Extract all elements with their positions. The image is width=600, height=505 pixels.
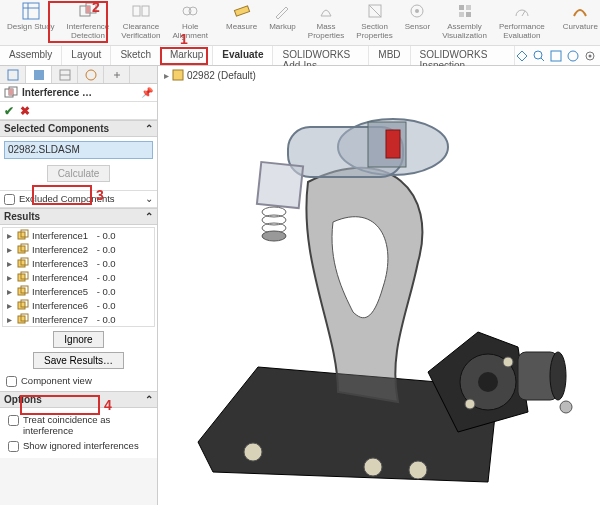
svg-rect-17 [459,12,464,17]
result-item[interactable]: ▸Interference7 - 0.0 [3,312,154,326]
ribbon-item-label: Hole Alignment [172,22,208,40]
result-value: - 0.0 [97,258,116,269]
interference-result-icon [17,229,29,241]
fm-tab-tree[interactable] [0,66,26,83]
tab-mbd[interactable]: MBD [369,46,410,65]
pm-title: Interference … [22,87,141,98]
ribbon-item-label: Sensor [405,22,430,31]
tab-evaluate[interactable]: Evaluate [213,46,273,65]
interference-result-icon [17,271,29,283]
ok-button[interactable]: ✔ [4,104,14,118]
ribbon-design-study[interactable]: Design Study [2,2,60,44]
result-item[interactable]: ▸Interference4 - 0.0 [3,270,154,284]
tab-layout[interactable]: Layout [62,46,111,65]
expand-icon[interactable]: ▸ [5,258,14,269]
zoom-window-icon[interactable] [549,49,563,63]
result-item[interactable]: ▸Interference3 - 0.0 [3,256,154,270]
gear-icon[interactable] [583,49,597,63]
tab-assembly[interactable]: Assembly [0,46,62,65]
ribbon-assembly-visualization[interactable]: Assembly Visualization [437,2,492,44]
ribbon-item-label: Mass Properties [308,22,344,40]
treat-coincidence-checkbox[interactable] [8,415,19,426]
svg-rect-10 [234,6,249,16]
selected-component-field[interactable]: 02982.SLDASM [4,141,153,159]
expand-icon[interactable]: ▸ [5,272,14,283]
section-header-selected[interactable]: Selected Components ⌃ [0,120,157,137]
ribbon-item-label: Section Properties [356,22,392,40]
ribbon-hole-alignment[interactable]: Hole Alignment [167,2,213,44]
expand-icon[interactable]: ▸ [5,244,14,255]
svg-point-70 [478,372,498,392]
svg-rect-16 [466,5,471,10]
fm-tab-display[interactable] [78,66,104,83]
ribbon-performance-evaluation[interactable]: Performance Evaluation [494,2,550,44]
fm-tab-property[interactable] [26,66,52,83]
show-ignored-checkbox[interactable] [8,441,19,452]
result-value: - 0.0 [97,286,116,297]
calculate-button[interactable]: Calculate [47,165,111,182]
expand-icon[interactable]: ▸ [5,230,14,241]
zoom-fit-icon[interactable] [532,49,546,63]
expand-icon[interactable]: ▸ [5,286,14,297]
interference-result-icon [17,243,29,255]
asmvis-icon [456,2,474,20]
ribbon-clearance-verification[interactable]: Clearance Verification [116,2,165,44]
svg-point-59 [409,461,427,479]
svg-point-68 [262,231,286,241]
svg-rect-18 [466,12,471,17]
results-list[interactable]: ▸Interference1 - 0.0 ▸Interference2 - 0.… [2,227,155,327]
result-item[interactable]: ▸Interference6 - 0.0 [3,298,154,312]
tab-solidworks-addins[interactable]: SOLIDWORKS Add-Ins [273,46,369,65]
feature-manager-tabbar [0,66,157,84]
tab-markup[interactable]: Markup [161,46,213,65]
measure-icon [233,2,251,20]
hole-icon [181,2,199,20]
ribbon-item-label: Curvature [563,22,598,31]
fm-tab-config[interactable] [52,66,78,83]
ribbon-interference-detection[interactable]: Interference Detection [62,2,115,44]
ribbon-item-label: Measure [226,22,257,31]
svg-point-26 [534,51,542,59]
section-header-label: Results [4,211,40,222]
result-value: - 0.0 [97,244,116,255]
ribbon-markup[interactable]: Markup [264,2,301,44]
orientation-icon[interactable] [515,49,529,63]
fm-tab-more[interactable] [104,66,130,83]
component-view-checkbox[interactable] [6,376,17,387]
curvature-icon [571,2,589,20]
result-item[interactable]: ▸Interference5 - 0.0 [3,284,154,298]
treat-coincidence-label: Treat coincidence as interference [23,414,149,436]
ribbon-item-label: Design Study [7,22,55,31]
display-state-icon[interactable] [566,49,580,63]
result-value: - 0.0 [97,300,116,311]
pin-icon[interactable]: 📌 [141,87,153,98]
ribbon-measure[interactable]: Measure [221,2,262,44]
ribbon-sensor[interactable]: Sensor [400,2,435,44]
pm-confirm-row: ✔ ✖ [0,102,157,120]
svg-point-29 [568,51,578,61]
section-header-results[interactable]: Results ⌃ [0,208,157,225]
save-results-button[interactable]: Save Results… [33,352,124,369]
ribbon-curvature[interactable]: Curvature [558,2,600,44]
ribbon-mass-properties[interactable]: Mass Properties [303,2,349,44]
cancel-button[interactable]: ✖ [20,104,30,118]
ribbon-item-label: Assembly Visualization [442,22,487,40]
ignore-button[interactable]: Ignore [53,331,103,348]
excluded-components-checkbox[interactable] [4,194,15,205]
result-name: Interference7 [32,314,88,325]
result-item[interactable]: ▸Interference2 - 0.0 [3,242,154,256]
result-name: Interference5 [32,286,88,297]
tab-solidworks-inspection[interactable]: SOLIDWORKS Inspection [411,46,515,65]
ribbon-section-properties[interactable]: Section Properties [351,2,397,44]
tab-sketch[interactable]: Sketch [111,46,161,65]
expand-icon[interactable]: ▸ [5,314,14,325]
graphics-viewport[interactable]: ▸ 02982 (Default) [158,66,600,505]
svg-rect-7 [142,6,149,16]
pm-title-row: Interference … 📌 [0,84,157,102]
expand-icon[interactable]: ▸ [5,300,14,311]
svg-point-58 [364,458,382,476]
section-results-body: ▸Interference1 - 0.0 ▸Interference2 - 0.… [0,225,157,391]
section-header-options[interactable]: Options ⌃ [0,391,157,408]
result-item[interactable]: ▸Interference1 - 0.0 [3,228,154,242]
show-ignored-label: Show ignored interferences [23,440,139,451]
